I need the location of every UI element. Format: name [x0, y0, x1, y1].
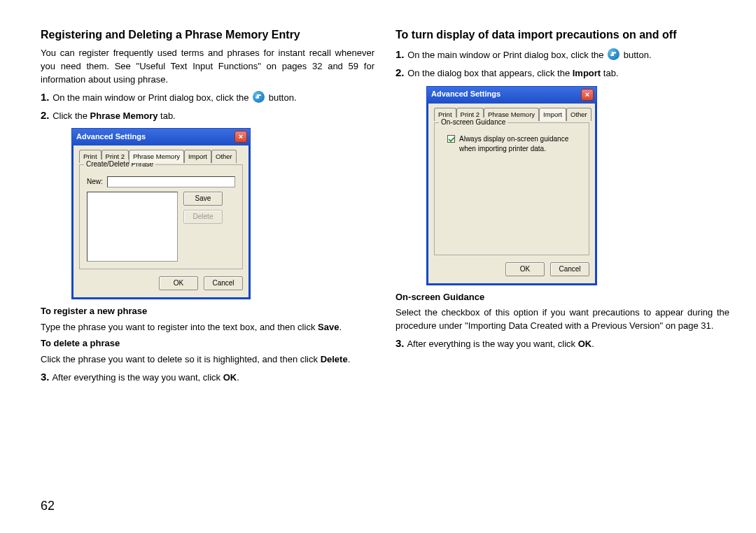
- text: Type the phrase you want to register int…: [41, 322, 318, 332]
- step-text-bold: OK: [578, 339, 592, 349]
- tab-other[interactable]: Other: [211, 150, 237, 163]
- intro-text: You can register frequently used terms a…: [41, 47, 374, 87]
- delete-heading: To delete a phrase: [41, 337, 374, 350]
- step-2: 2. On the dialog box that appears, click…: [396, 65, 729, 80]
- osg-text: Select the checkbox of this option if yo…: [396, 306, 729, 333]
- step-text: Click the: [52, 111, 90, 121]
- step-number: 1.: [396, 48, 405, 60]
- osg-heading: On-screen Guidance: [396, 291, 729, 304]
- text-bold: Save: [318, 322, 339, 332]
- left-column: Registering and Deleting a Phrase Memory…: [41, 27, 374, 387]
- text: Click the phrase you want to delete so i…: [41, 354, 321, 364]
- tab-other[interactable]: Other: [566, 108, 592, 121]
- page-number: 62: [41, 499, 55, 513]
- step-2: 2. Click the Phrase Memory tab.: [41, 108, 374, 123]
- section-heading: Registering and Deleting a Phrase Memory…: [41, 27, 374, 43]
- step-text: On the main window or Print dialog box, …: [52, 92, 248, 103]
- groupbox-label: On-screen Guidance: [439, 118, 507, 128]
- step-1: 1. On the main window or Print dialog bo…: [396, 47, 729, 62]
- ok-button[interactable]: OK: [505, 262, 545, 276]
- close-icon[interactable]: ×: [234, 131, 247, 143]
- tab-import[interactable]: Import: [184, 150, 211, 163]
- dialog-titlebar: Advanced Settings ×: [72, 129, 250, 145]
- page-content: Registering and Deleting a Phrase Memory…: [0, 0, 756, 394]
- cancel-button[interactable]: Cancel: [204, 276, 243, 290]
- step-text: button.: [624, 50, 652, 60]
- register-heading: To register a new phrase: [41, 305, 374, 318]
- checkbox-label: Always display on-screen guidance when i…: [459, 134, 578, 155]
- tab-import[interactable]: Import: [539, 108, 566, 121]
- step-number: 2.: [41, 109, 50, 121]
- guidance-checkbox[interactable]: [447, 135, 455, 143]
- dialog-titlebar: Advanced Settings ×: [427, 87, 596, 104]
- step-text-bold: Phrase Memory: [90, 111, 158, 121]
- text-bold: Delete: [321, 354, 348, 364]
- tool-icon: [253, 91, 265, 103]
- dialog-body: Print Print 2 Phrase Memory Import Other…: [72, 145, 250, 299]
- dialog-body: Print Print 2 Phrase Memory Import Other…: [427, 104, 596, 285]
- phrase-list[interactable]: [87, 192, 178, 262]
- step-3: 3. After everything is the way you want,…: [396, 336, 729, 351]
- dialog-title: Advanced Settings: [76, 132, 146, 143]
- section-heading: To turn display of data import precautio…: [396, 27, 729, 43]
- new-label: New:: [87, 177, 103, 187]
- step-text: tab.: [601, 68, 618, 78]
- delete-button[interactable]: Delete: [183, 210, 223, 224]
- ok-button[interactable]: OK: [159, 276, 198, 290]
- onscreen-guidance-group: On-screen Guidance Always display on-scr…: [434, 122, 589, 255]
- step-text-bold: OK: [223, 372, 237, 383]
- right-column: To turn display of data import precautio…: [396, 27, 729, 387]
- step-text: On the dialog box that appears, click th…: [407, 68, 573, 78]
- delete-text: Click the phrase you want to delete so i…: [41, 353, 374, 367]
- step-number: 2.: [396, 66, 405, 78]
- step-number: 3.: [41, 371, 50, 383]
- tool-icon: [608, 48, 620, 60]
- advanced-settings-dialog-import: Advanced Settings × Print Print 2 Phrase…: [426, 86, 597, 285]
- new-phrase-input[interactable]: [107, 176, 235, 187]
- tab-phrase-memory[interactable]: Phrase Memory: [129, 150, 184, 163]
- step-text: button.: [269, 92, 297, 103]
- step-1: 1. On the main window or Print dialog bo…: [41, 90, 374, 105]
- step-text: On the main window or Print dialog box, …: [407, 50, 603, 60]
- step-text: After everything is the way you want, cl…: [52, 372, 223, 383]
- step-text-bold: Import: [573, 68, 601, 78]
- step-number: 1.: [41, 91, 50, 103]
- dialog-title: Advanced Settings: [431, 89, 500, 100]
- create-delete-group: Create/Delete Phrase New: Save Delete: [79, 164, 243, 269]
- advanced-settings-dialog: Advanced Settings × Print Print 2 Phrase…: [71, 128, 251, 299]
- register-text: Type the phrase you want to register int…: [41, 321, 374, 334]
- step-3: 3. After everything is the way you want,…: [41, 369, 374, 385]
- step-text: After everything is the way you want, cl…: [407, 339, 578, 349]
- close-icon[interactable]: ×: [581, 89, 594, 101]
- save-button[interactable]: Save: [183, 192, 223, 206]
- cancel-button[interactable]: Cancel: [550, 262, 589, 276]
- step-text: tab.: [158, 111, 175, 121]
- step-number: 3.: [396, 337, 405, 349]
